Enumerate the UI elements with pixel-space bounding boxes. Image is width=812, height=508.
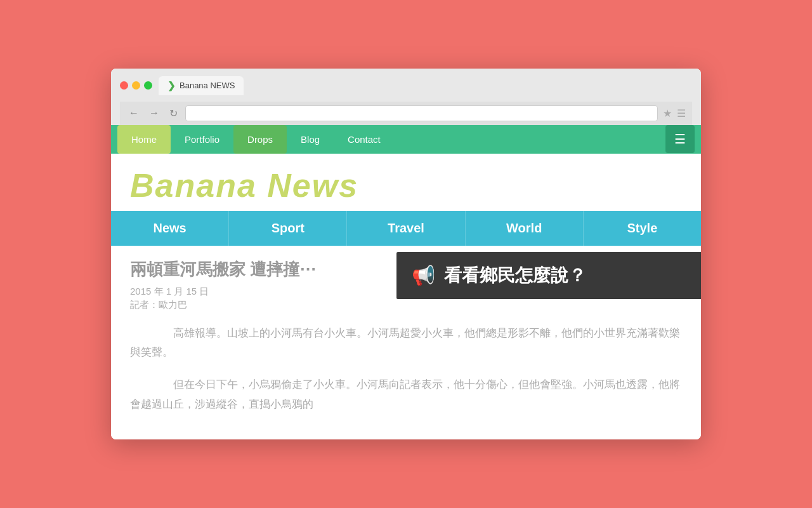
megaphone-icon: 📢 xyxy=(412,264,435,286)
cat-item-style[interactable]: Style xyxy=(584,211,701,246)
site-nav: Home Portfolio Drops Blog Contact ☰ xyxy=(111,125,701,154)
cat-item-travel[interactable]: Travel xyxy=(347,211,465,246)
nav-item-blog[interactable]: Blog xyxy=(287,125,334,154)
browser-window: ❯ Banana NEWS ← → ↻ ★ ☰ Home Portfolio D… xyxy=(111,69,701,439)
article-body: 高雄報導。山坡上的小河馬有台小火車。小河馬超愛小火車，他們總是形影不離，他們的小… xyxy=(130,324,682,414)
cat-item-world[interactable]: World xyxy=(466,211,584,246)
tab-title: Banana NEWS xyxy=(180,81,235,90)
overlay-banner[interactable]: 📢 看看鄉民怎麼說？ xyxy=(396,252,701,299)
cat-item-news[interactable]: News xyxy=(111,211,229,246)
browser-titlebar: ❯ Banana NEWS xyxy=(120,76,692,95)
article-para-2: 但在今日下午，小烏鴉偷走了小火車。小河馬向記者表示，他十分傷心，但他會堅強。小河… xyxy=(130,375,682,414)
browser-menu-icon[interactable]: ☰ xyxy=(677,107,686,119)
maximize-dot[interactable] xyxy=(144,81,152,90)
article-author: 記者：歐力巴 xyxy=(130,299,682,311)
site-header: Banana News xyxy=(111,154,701,211)
nav-item-contact[interactable]: Contact xyxy=(334,125,395,154)
nav-item-home[interactable]: Home xyxy=(117,125,171,154)
nav-item-portfolio[interactable]: Portfolio xyxy=(171,125,233,154)
address-bar[interactable] xyxy=(185,105,658,121)
browser-toolbar: ← → ↻ ★ ☰ xyxy=(120,102,692,125)
tab-chevron-icon: ❯ xyxy=(167,80,176,91)
bookmark-star-icon[interactable]: ★ xyxy=(663,107,672,119)
site-content: 兩頓重河馬搬家 遭摔撞⋯ 2015 年 1 月 15 日 記者：歐力巴 高雄報導… xyxy=(111,246,701,439)
minimize-dot[interactable] xyxy=(132,81,140,90)
browser-dots xyxy=(120,81,152,90)
overlay-text: 看看鄉民怎麼說？ xyxy=(444,264,586,288)
close-dot[interactable] xyxy=(120,81,128,90)
nav-item-drops[interactable]: Drops xyxy=(233,125,287,154)
cat-item-sport[interactable]: Sport xyxy=(229,211,347,246)
forward-button[interactable]: → xyxy=(147,106,162,120)
browser-tab[interactable]: ❯ Banana NEWS xyxy=(159,76,244,95)
browser-chrome: ❯ Banana NEWS ← → ↻ ★ ☰ xyxy=(111,69,701,125)
article-para-1: 高雄報導。山坡上的小河馬有台小火車。小河馬超愛小火車，他們總是形影不離，他們的小… xyxy=(130,324,682,363)
hamburger-button[interactable]: ☰ xyxy=(665,125,695,153)
reload-button[interactable]: ↻ xyxy=(167,106,180,121)
category-nav: News Sport Travel World Style xyxy=(111,211,701,246)
nav-links: Home Portfolio Drops Blog Contact xyxy=(117,125,665,154)
site-logo: Banana News xyxy=(130,166,682,204)
back-button[interactable]: ← xyxy=(126,106,141,120)
